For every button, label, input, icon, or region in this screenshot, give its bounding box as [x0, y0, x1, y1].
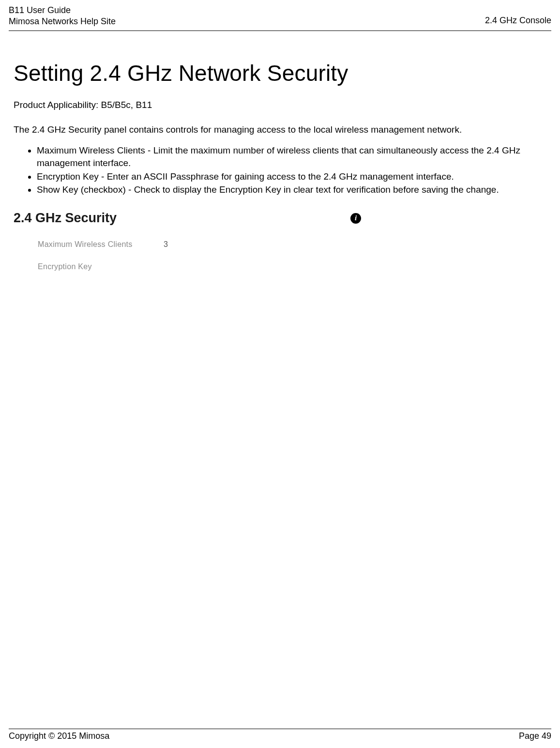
- product-applicability: Product Applicability: B5/B5c, B11: [14, 100, 546, 110]
- panel-title: 2.4 GHz Security: [14, 211, 117, 226]
- header-left: B11 User Guide Mimosa Networks Help Site: [9, 5, 116, 28]
- section-label: 2.4 GHz Console: [485, 15, 551, 25]
- footer-rule: [9, 729, 551, 729]
- copyright-label: Copyright © 2015 Mimosa: [9, 731, 109, 741]
- form-row-encryption-key: Encryption Key: [38, 262, 367, 271]
- help-site-label: Mimosa Networks Help Site: [9, 16, 116, 27]
- info-icon[interactable]: i: [350, 213, 361, 224]
- page-number: Page 49: [519, 731, 551, 741]
- panel-body: Maximum Wireless Clients 3 Encryption Ke…: [14, 226, 367, 271]
- page-header: B11 User Guide Mimosa Networks Help Site…: [0, 0, 560, 28]
- footer-row: Copyright © 2015 Mimosa Page 49: [0, 731, 560, 741]
- form-row-max-clients: Maximum Wireless Clients 3: [38, 240, 367, 249]
- page-title: Setting 2.4 GHz Network Security: [14, 60, 546, 86]
- bullet-item: Maximum Wireless Clients - Limit the max…: [37, 144, 546, 169]
- main-content: Setting 2.4 GHz Network Security Product…: [0, 31, 560, 271]
- bullet-item: Show Key (checkbox) - Check to display t…: [37, 183, 546, 196]
- feature-bullets: Maximum Wireless Clients - Limit the max…: [14, 144, 546, 196]
- guide-title: B11 User Guide: [9, 5, 116, 16]
- bullet-item: Encryption Key - Enter an ASCII Passphra…: [37, 170, 546, 183]
- header-right: 2.4 GHz Console: [485, 5, 551, 26]
- encryption-key-label: Encryption Key: [38, 262, 164, 271]
- panel-description: The 2.4 GHz Security panel contains cont…: [14, 124, 546, 136]
- max-clients-label: Maximum Wireless Clients: [38, 240, 164, 249]
- security-panel: 2.4 GHz Security i Maximum Wireless Clie…: [14, 211, 367, 271]
- page-footer: Copyright © 2015 Mimosa Page 49: [0, 729, 560, 741]
- panel-title-row: 2.4 GHz Security i: [14, 211, 367, 226]
- max-clients-value[interactable]: 3: [164, 240, 168, 249]
